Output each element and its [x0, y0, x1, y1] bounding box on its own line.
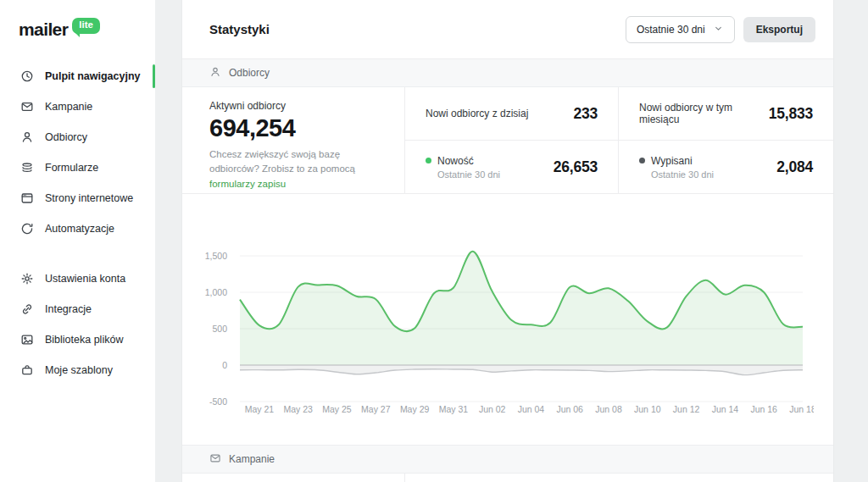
sidebar-item-settings[interactable]: Ustawienia konta	[0, 263, 155, 294]
sidebar-item-forms[interactable]: Formularze	[0, 152, 155, 183]
stat-label: Aktywni odbiorcy	[209, 100, 384, 112]
campaigns-icon	[209, 452, 221, 464]
topbar: Statystyki Ostatnie 30 dni Eksportuj	[182, 0, 833, 59]
stat-value: 26,653	[554, 158, 598, 176]
stat-value: 2,084	[776, 158, 813, 176]
main-panel: Statystyki Ostatnie 30 dni Eksportuj Odb…	[182, 0, 833, 482]
campaigns-icon	[209, 452, 221, 467]
section-label: Kampanie	[229, 453, 275, 465]
brand-badge: lite	[72, 18, 100, 34]
chevron-down-icon	[713, 23, 724, 36]
svg-text:Jun 12: Jun 12	[673, 404, 700, 414]
stat-legend: Wypisani Ostatnie 30 dni	[639, 155, 714, 180]
svg-text:Jun 02: Jun 02	[479, 404, 506, 414]
integrations-icon	[20, 302, 34, 316]
svg-text:Jun 14: Jun 14	[712, 404, 739, 414]
dashboard-icon	[20, 69, 34, 83]
stat-label: Nowość	[437, 155, 474, 167]
campaigns-stats-partial	[182, 474, 833, 482]
automation-icon	[20, 222, 34, 235]
svg-text:May 21: May 21	[245, 404, 275, 414]
svg-text:May 29: May 29	[400, 404, 430, 414]
stat-value: 15,833	[769, 105, 813, 123]
sidebar-item-label: Kampanie	[45, 101, 92, 113]
svg-text:1,000: 1,000	[205, 287, 227, 297]
sidebar-nav: Pulpit nawigacyjnyKampanieOdbiorcyFormul…	[0, 61, 155, 385]
stat-description: Chcesz zwiększyć swoją bazę odbiorców? Z…	[209, 147, 384, 191]
stat-sublabel: Ostatnie 30 dni	[437, 169, 500, 180]
settings-icon	[20, 272, 34, 285]
subscribers-chart: 1,5001,0005000-500May 21May 23May 25May …	[182, 194, 814, 423]
stat-value: 233	[573, 105, 598, 123]
subscribers-icon	[209, 66, 221, 78]
chevron-down-icon	[713, 23, 724, 34]
file-library-icon	[20, 333, 34, 346]
date-range-select[interactable]: Ostatnie 30 dni	[626, 16, 735, 43]
sidebar-item-label: Ustawienia konta	[45, 273, 125, 285]
svg-text:Jun 18: Jun 18	[789, 404, 814, 414]
svg-text:1,500: 1,500	[205, 251, 227, 261]
sidebar-item-label: Pulpit nawigacyjny	[45, 70, 141, 82]
page-title: Statystyki	[209, 22, 270, 36]
sidebar-item-dashboard[interactable]: Pulpit nawigacyjny	[0, 61, 155, 91]
topbar-controls: Ostatnie 30 dni Eksportuj	[626, 16, 815, 43]
sidebar-item-file-library[interactable]: Biblioteka plików	[0, 324, 155, 355]
nav-group-gap	[0, 244, 155, 263]
stat-unsubscribed-30-days: Wypisani Ostatnie 30 dni 2,084	[619, 141, 833, 193]
stat-new-this-month: Nowi odbiorcy w tym miesiącu 15,833	[619, 87, 833, 141]
stat-new-30-days: Nowość Ostatnie 30 dni 26,653	[405, 141, 619, 193]
websites-icon	[20, 191, 34, 205]
sidebar: mailer lite Pulpit nawigacyjnyKampanieOd…	[0, 0, 155, 482]
svg-text:0: 0	[222, 360, 227, 370]
svg-text:Jun 16: Jun 16	[750, 404, 777, 414]
sidebar-item-automation[interactable]: Automatyzacje	[0, 213, 155, 244]
sidebar-item-label: Biblioteka plików	[45, 334, 123, 346]
subscribers-icon	[20, 130, 34, 144]
stat-label: Wypisani	[651, 155, 693, 167]
brand-logo[interactable]: mailer lite	[0, 0, 155, 38]
sidebar-item-label: Strony internetowe	[45, 192, 133, 204]
section-label: Odbiorcy	[229, 67, 270, 79]
stat-active-subscribers: Aktywni odbiorcy 694,254 Chcesz zwiększy…	[182, 87, 405, 193]
date-range-value: Ostatnie 30 dni	[637, 24, 705, 36]
campaigns-icon	[20, 100, 34, 114]
grid-divider	[182, 474, 405, 482]
subscribers-chart-area: 1,5001,0005000-500May 21May 23May 25May …	[182, 194, 833, 445]
legend-dot-green	[426, 158, 431, 163]
stat-sublabel: Ostatnie 30 dni	[651, 169, 714, 180]
svg-text:Jun 04: Jun 04	[518, 404, 545, 414]
sidebar-item-label: Odbiorcy	[45, 131, 87, 143]
sidebar-item-label: Integracje	[45, 303, 92, 315]
signup-forms-link[interactable]: formularzy zapisu	[209, 179, 286, 189]
export-button[interactable]: Eksportuj	[743, 17, 815, 42]
svg-text:Jun 08: Jun 08	[595, 404, 622, 414]
svg-text:Jun 10: Jun 10	[634, 404, 661, 414]
stat-description-text: Chcesz zwiększyć swoją bazę odbiorców? Z…	[209, 149, 355, 174]
stat-label: Nowi odbiorcy z dzisiaj	[426, 108, 528, 119]
brand-name: mailer	[19, 20, 68, 38]
sidebar-item-templates[interactable]: Moje szablony	[0, 355, 155, 385]
subscriber-stats: Aktywni odbiorcy 694,254 Chcesz zwiększy…	[182, 87, 833, 194]
section-header-odbiorcy: Odbiorcy	[182, 59, 833, 87]
forms-icon	[20, 161, 34, 175]
stat-value: 694,254	[209, 114, 384, 142]
sidebar-item-label: Formularze	[45, 162, 98, 174]
svg-text:500: 500	[212, 324, 227, 334]
stat-new-today: Nowi odbiorcy z dzisiaj 233	[405, 87, 619, 141]
svg-text:May 23: May 23	[283, 404, 313, 414]
sidebar-item-label: Moje szablony	[45, 364, 113, 376]
sidebar-item-label: Automatyzacje	[45, 223, 114, 235]
svg-text:May 27: May 27	[361, 404, 391, 414]
stat-label: Nowi odbiorcy w tym miesiącu	[639, 102, 769, 125]
section-header-kampanie: Kampanie	[182, 445, 833, 474]
stat-legend: Nowość Ostatnie 30 dni	[426, 155, 500, 180]
sidebar-item-websites[interactable]: Strony internetowe	[0, 183, 155, 213]
sidebar-item-integrations[interactable]: Integracje	[0, 294, 155, 324]
svg-text:May 25: May 25	[322, 404, 352, 414]
svg-text:May 31: May 31	[439, 404, 469, 414]
sidebar-item-subscribers[interactable]: Odbiorcy	[0, 122, 155, 152]
svg-text:Jun 06: Jun 06	[556, 404, 583, 414]
legend-dot-dark	[639, 158, 645, 163]
svg-text:-500: -500	[209, 396, 227, 407]
sidebar-item-campaigns[interactable]: Kampanie	[0, 91, 155, 122]
